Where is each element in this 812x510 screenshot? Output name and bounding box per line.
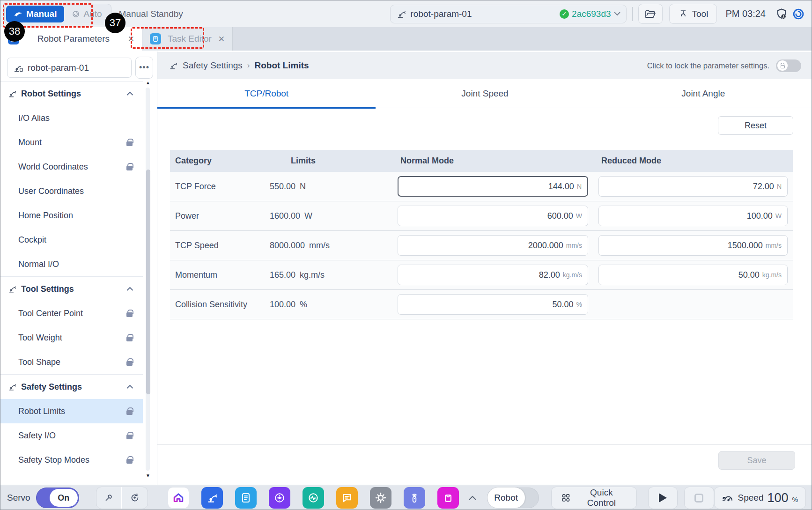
reduced-mode-input[interactable]: 72.00N <box>598 176 788 197</box>
sidebar-item-robot-limits[interactable]: Robot Limits <box>0 399 143 423</box>
sidebar-item-safety-stop-modes[interactable]: Safety Stop Modes <box>0 448 143 472</box>
settings-app-icon[interactable] <box>370 487 391 509</box>
row-limit: 550.00N <box>270 182 398 192</box>
sidebar-item-home-position[interactable]: Home Position <box>0 203 143 228</box>
scroll-down-arrow[interactable]: ▼ <box>145 473 151 478</box>
dock-collapse-chevron[interactable] <box>468 495 477 501</box>
sidebar-item-user-coordinates[interactable]: User Coordinates <box>0 179 143 203</box>
open-file-button[interactable] <box>638 4 663 24</box>
close-icon[interactable]: ✕ <box>218 34 225 44</box>
remote-control-app-icon[interactable] <box>404 487 425 509</box>
sidebar-item-normal-io[interactable]: Normal I/O <box>0 252 143 276</box>
wrench-button[interactable] <box>96 487 122 509</box>
lock-icon <box>126 141 133 146</box>
save-button[interactable]: Save <box>718 451 795 470</box>
task-editor-app-icon[interactable] <box>235 487 257 509</box>
servo-state-label: On <box>50 489 78 507</box>
tab-tcp-robot[interactable]: TCP/Robot <box>157 79 376 108</box>
chevron-up-icon <box>126 287 133 291</box>
scrollbar-thumb[interactable] <box>146 170 150 394</box>
toggle-knob <box>777 60 788 71</box>
lock-icon <box>126 410 133 415</box>
section-header-robot-settings[interactable]: Robot Settings <box>0 81 143 106</box>
sidebar-item-safety-io[interactable]: Safety I/O <box>0 423 143 448</box>
lock-icon <box>126 435 133 439</box>
store-app-icon[interactable] <box>437 487 459 509</box>
breadcrumb-parent[interactable]: Safety Settings <box>183 60 243 71</box>
robot-icon <box>7 89 17 98</box>
sidebar-item-tool-weight[interactable]: Tool Weight <box>0 325 143 350</box>
section-title: Safety Settings <box>21 382 82 392</box>
section-header-tool-settings[interactable]: Tool Settings <box>0 277 143 301</box>
section-title: Tool Settings <box>21 284 74 294</box>
row-limit: 1600.00W <box>270 211 398 221</box>
lock-hint-text: Click to lock the parameter settings. <box>647 61 769 70</box>
normal-mode-input[interactable]: 2000.000mm/s <box>398 235 588 256</box>
sidebar-item-mount[interactable]: Mount <box>0 130 143 155</box>
row-limit: 100.00% <box>270 300 398 310</box>
stop-icon <box>694 494 703 503</box>
robot-mode-toggle[interactable]: Robot <box>487 488 539 508</box>
folder-icon <box>645 9 656 19</box>
app-dock <box>168 487 459 509</box>
quick-control-label: Quick Control <box>576 488 627 508</box>
safety-shield-icon[interactable] <box>773 6 790 22</box>
tab-joint-angle[interactable]: Joint Angle <box>594 79 812 108</box>
sidebar-item-tool-center-point[interactable]: Tool Center Point <box>0 301 143 325</box>
col-normal-mode: Normal Mode <box>398 156 595 166</box>
home-icon[interactable] <box>168 487 189 509</box>
stop-button[interactable] <box>684 487 714 509</box>
row-category: TCP Force <box>170 182 270 192</box>
clock-text: PM 03:24 <box>725 8 766 19</box>
log-app-icon[interactable] <box>336 487 358 509</box>
app-window: Manual Auto Manual Standby robot-param-0… <box>0 0 812 510</box>
normal-mode-input[interactable]: 82.00kg.m/s <box>398 265 588 285</box>
commit-status[interactable]: ✓ 2ac693d3 <box>560 9 620 19</box>
sidebar-item-world-coordinates[interactable]: World Coordinates <box>0 155 143 179</box>
col-category: Category <box>170 156 270 166</box>
scroll-up-arrow[interactable]: ▲ <box>145 80 151 85</box>
parameter-lock-toggle[interactable] <box>776 59 801 72</box>
param-name-field[interactable]: robot-param-01 <box>7 58 132 78</box>
bottom-bar: Servo On <box>0 485 812 510</box>
power-swirl-icon[interactable] <box>790 6 807 22</box>
lock-hint: Click to lock the parameter settings. <box>647 59 801 72</box>
annotation-badge-38: 38 <box>4 21 25 42</box>
reduced-mode-input[interactable]: 1500.000mm/s <box>598 235 788 256</box>
reduced-mode-input[interactable]: 100.00W <box>598 206 788 226</box>
normal-mode-input[interactable]: 50.00% <box>398 294 588 315</box>
jog-app-icon[interactable] <box>269 487 290 509</box>
tab-joint-speed[interactable]: Joint Speed <box>376 79 594 108</box>
sidebar-nav: Robot Settings I/O Alias Mount World Coo… <box>0 81 143 472</box>
sidebar-scrollbar: ▲ ▼ <box>145 80 151 478</box>
sidebar-item-cockpit[interactable]: Cockpit <box>0 228 143 252</box>
servo-toggle[interactable]: On <box>36 488 79 508</box>
sidebar-item-io-alias[interactable]: I/O Alias <box>0 106 143 130</box>
reset-button[interactable]: Reset <box>718 116 793 135</box>
robot-icon <box>7 284 17 294</box>
chevron-right-icon: › <box>247 61 250 70</box>
section-header-safety-settings[interactable]: Safety Settings <box>0 375 143 399</box>
table-row: Power 1600.00W 600.00W 100.00W <box>170 201 793 231</box>
more-icon: ••• <box>139 63 149 72</box>
breadcrumb: Safety Settings › Robot Limits <box>169 60 309 71</box>
sidebar-more-button[interactable]: ••• <box>135 57 153 79</box>
normal-mode-input[interactable]: 600.00W <box>398 206 588 226</box>
tool-button[interactable]: Tool <box>669 4 717 24</box>
sidebar-item-tool-shape[interactable]: Tool Shape <box>0 350 143 374</box>
robot-app-icon[interactable] <box>201 487 223 509</box>
quick-control-button[interactable]: Quick Control <box>551 487 637 509</box>
speed-button[interactable]: Speed 100 % <box>714 487 806 509</box>
servo-label: Servo <box>7 493 30 503</box>
play-button[interactable] <box>648 487 678 509</box>
gripper-icon <box>678 9 688 19</box>
normal-mode-input[interactable]: 144.00N <box>398 176 588 197</box>
monitoring-app-icon[interactable] <box>303 487 324 509</box>
scrollbar-track[interactable] <box>146 88 150 471</box>
reduced-mode-input[interactable]: 50.00kg.m/s <box>598 265 788 285</box>
parameter-file-selector[interactable]: robot-param-01 ✓ 2ac693d3 <box>390 5 627 23</box>
update-button[interactable] <box>122 487 148 509</box>
lock-icon <box>126 337 133 341</box>
divider <box>632 7 633 21</box>
speedometer-icon <box>722 493 734 503</box>
